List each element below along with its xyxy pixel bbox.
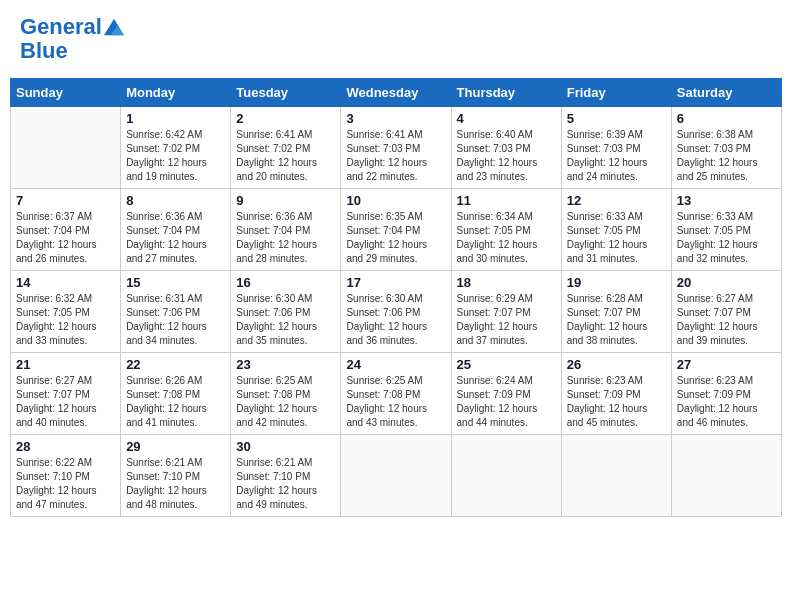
days-header-row: SundayMondayTuesdayWednesdayThursdayFrid… [11, 79, 782, 107]
day-number: 3 [346, 111, 445, 126]
day-number: 9 [236, 193, 335, 208]
day-header-wednesday: Wednesday [341, 79, 451, 107]
week-row-4: 21Sunrise: 6:27 AM Sunset: 7:07 PM Dayli… [11, 353, 782, 435]
day-cell: 5Sunrise: 6:39 AM Sunset: 7:03 PM Daylig… [561, 107, 671, 189]
week-row-1: 1Sunrise: 6:42 AM Sunset: 7:02 PM Daylig… [11, 107, 782, 189]
day-info: Sunrise: 6:24 AM Sunset: 7:09 PM Dayligh… [457, 374, 556, 430]
day-cell: 13Sunrise: 6:33 AM Sunset: 7:05 PM Dayli… [671, 189, 781, 271]
day-info: Sunrise: 6:35 AM Sunset: 7:04 PM Dayligh… [346, 210, 445, 266]
day-cell [561, 435, 671, 517]
day-header-monday: Monday [121, 79, 231, 107]
logo-text-blue: Blue [20, 39, 68, 63]
day-info: Sunrise: 6:40 AM Sunset: 7:03 PM Dayligh… [457, 128, 556, 184]
day-number: 6 [677, 111, 776, 126]
day-info: Sunrise: 6:36 AM Sunset: 7:04 PM Dayligh… [126, 210, 225, 266]
day-number: 11 [457, 193, 556, 208]
day-number: 4 [457, 111, 556, 126]
day-info: Sunrise: 6:29 AM Sunset: 7:07 PM Dayligh… [457, 292, 556, 348]
day-info: Sunrise: 6:21 AM Sunset: 7:10 PM Dayligh… [236, 456, 335, 512]
day-number: 1 [126, 111, 225, 126]
day-cell: 30Sunrise: 6:21 AM Sunset: 7:10 PM Dayli… [231, 435, 341, 517]
day-number: 24 [346, 357, 445, 372]
day-header-friday: Friday [561, 79, 671, 107]
day-info: Sunrise: 6:22 AM Sunset: 7:10 PM Dayligh… [16, 456, 115, 512]
day-cell: 7Sunrise: 6:37 AM Sunset: 7:04 PM Daylig… [11, 189, 121, 271]
day-info: Sunrise: 6:33 AM Sunset: 7:05 PM Dayligh… [567, 210, 666, 266]
day-cell: 18Sunrise: 6:29 AM Sunset: 7:07 PM Dayli… [451, 271, 561, 353]
day-number: 7 [16, 193, 115, 208]
day-info: Sunrise: 6:42 AM Sunset: 7:02 PM Dayligh… [126, 128, 225, 184]
logo-text: General [20, 15, 102, 39]
day-cell: 4Sunrise: 6:40 AM Sunset: 7:03 PM Daylig… [451, 107, 561, 189]
day-info: Sunrise: 6:27 AM Sunset: 7:07 PM Dayligh… [16, 374, 115, 430]
day-header-thursday: Thursday [451, 79, 561, 107]
logo-icon [104, 17, 124, 37]
day-cell: 28Sunrise: 6:22 AM Sunset: 7:10 PM Dayli… [11, 435, 121, 517]
day-cell: 27Sunrise: 6:23 AM Sunset: 7:09 PM Dayli… [671, 353, 781, 435]
day-info: Sunrise: 6:21 AM Sunset: 7:10 PM Dayligh… [126, 456, 225, 512]
day-cell: 15Sunrise: 6:31 AM Sunset: 7:06 PM Dayli… [121, 271, 231, 353]
day-number: 16 [236, 275, 335, 290]
day-info: Sunrise: 6:33 AM Sunset: 7:05 PM Dayligh… [677, 210, 776, 266]
day-info: Sunrise: 6:30 AM Sunset: 7:06 PM Dayligh… [236, 292, 335, 348]
day-cell: 10Sunrise: 6:35 AM Sunset: 7:04 PM Dayli… [341, 189, 451, 271]
day-info: Sunrise: 6:23 AM Sunset: 7:09 PM Dayligh… [677, 374, 776, 430]
day-header-sunday: Sunday [11, 79, 121, 107]
day-number: 21 [16, 357, 115, 372]
day-header-saturday: Saturday [671, 79, 781, 107]
day-cell: 2Sunrise: 6:41 AM Sunset: 7:02 PM Daylig… [231, 107, 341, 189]
day-info: Sunrise: 6:31 AM Sunset: 7:06 PM Dayligh… [126, 292, 225, 348]
day-cell: 23Sunrise: 6:25 AM Sunset: 7:08 PM Dayli… [231, 353, 341, 435]
day-cell [451, 435, 561, 517]
day-number: 27 [677, 357, 776, 372]
day-number: 14 [16, 275, 115, 290]
day-info: Sunrise: 6:25 AM Sunset: 7:08 PM Dayligh… [236, 374, 335, 430]
day-info: Sunrise: 6:26 AM Sunset: 7:08 PM Dayligh… [126, 374, 225, 430]
day-info: Sunrise: 6:37 AM Sunset: 7:04 PM Dayligh… [16, 210, 115, 266]
day-number: 13 [677, 193, 776, 208]
day-info: Sunrise: 6:38 AM Sunset: 7:03 PM Dayligh… [677, 128, 776, 184]
day-info: Sunrise: 6:41 AM Sunset: 7:02 PM Dayligh… [236, 128, 335, 184]
day-info: Sunrise: 6:28 AM Sunset: 7:07 PM Dayligh… [567, 292, 666, 348]
day-info: Sunrise: 6:30 AM Sunset: 7:06 PM Dayligh… [346, 292, 445, 348]
day-info: Sunrise: 6:36 AM Sunset: 7:04 PM Dayligh… [236, 210, 335, 266]
day-info: Sunrise: 6:32 AM Sunset: 7:05 PM Dayligh… [16, 292, 115, 348]
day-number: 22 [126, 357, 225, 372]
day-info: Sunrise: 6:25 AM Sunset: 7:08 PM Dayligh… [346, 374, 445, 430]
day-number: 20 [677, 275, 776, 290]
day-number: 15 [126, 275, 225, 290]
day-cell: 26Sunrise: 6:23 AM Sunset: 7:09 PM Dayli… [561, 353, 671, 435]
day-cell [341, 435, 451, 517]
day-cell [671, 435, 781, 517]
day-cell: 24Sunrise: 6:25 AM Sunset: 7:08 PM Dayli… [341, 353, 451, 435]
day-number: 12 [567, 193, 666, 208]
day-info: Sunrise: 6:23 AM Sunset: 7:09 PM Dayligh… [567, 374, 666, 430]
week-row-2: 7Sunrise: 6:37 AM Sunset: 7:04 PM Daylig… [11, 189, 782, 271]
day-cell: 25Sunrise: 6:24 AM Sunset: 7:09 PM Dayli… [451, 353, 561, 435]
day-header-tuesday: Tuesday [231, 79, 341, 107]
day-number: 25 [457, 357, 556, 372]
day-cell: 22Sunrise: 6:26 AM Sunset: 7:08 PM Dayli… [121, 353, 231, 435]
week-row-5: 28Sunrise: 6:22 AM Sunset: 7:10 PM Dayli… [11, 435, 782, 517]
day-number: 10 [346, 193, 445, 208]
day-cell: 8Sunrise: 6:36 AM Sunset: 7:04 PM Daylig… [121, 189, 231, 271]
day-cell [11, 107, 121, 189]
day-number: 5 [567, 111, 666, 126]
day-cell: 3Sunrise: 6:41 AM Sunset: 7:03 PM Daylig… [341, 107, 451, 189]
day-number: 8 [126, 193, 225, 208]
day-number: 23 [236, 357, 335, 372]
day-cell: 20Sunrise: 6:27 AM Sunset: 7:07 PM Dayli… [671, 271, 781, 353]
week-row-3: 14Sunrise: 6:32 AM Sunset: 7:05 PM Dayli… [11, 271, 782, 353]
day-cell: 29Sunrise: 6:21 AM Sunset: 7:10 PM Dayli… [121, 435, 231, 517]
day-cell: 9Sunrise: 6:36 AM Sunset: 7:04 PM Daylig… [231, 189, 341, 271]
day-cell: 16Sunrise: 6:30 AM Sunset: 7:06 PM Dayli… [231, 271, 341, 353]
day-info: Sunrise: 6:27 AM Sunset: 7:07 PM Dayligh… [677, 292, 776, 348]
day-cell: 14Sunrise: 6:32 AM Sunset: 7:05 PM Dayli… [11, 271, 121, 353]
day-number: 2 [236, 111, 335, 126]
day-cell: 17Sunrise: 6:30 AM Sunset: 7:06 PM Dayli… [341, 271, 451, 353]
day-number: 17 [346, 275, 445, 290]
logo: General Blue [20, 15, 124, 63]
day-info: Sunrise: 6:39 AM Sunset: 7:03 PM Dayligh… [567, 128, 666, 184]
day-number: 30 [236, 439, 335, 454]
day-cell: 21Sunrise: 6:27 AM Sunset: 7:07 PM Dayli… [11, 353, 121, 435]
